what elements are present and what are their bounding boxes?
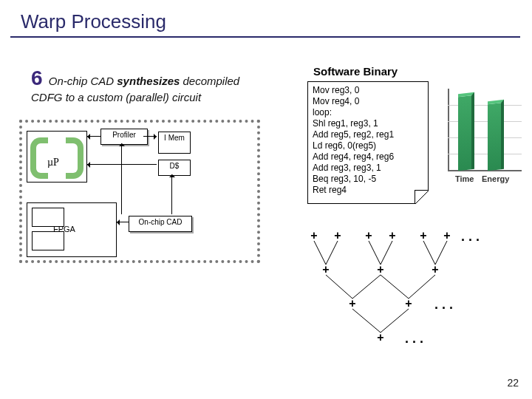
code-line: Add reg5, reg2, reg1: [313, 129, 423, 140]
title-underline: [10, 36, 520, 38]
adder-node: +: [375, 265, 386, 275]
arrow: [87, 164, 157, 165]
code-line: loop:: [313, 107, 423, 118]
code-listing: Mov reg3, 0 Mov reg4, 0 loop: Shl reg1, …: [307, 81, 429, 204]
code-line: Ret reg4: [313, 185, 423, 196]
adder-node: +: [387, 231, 398, 241]
imem-box: I Mem: [158, 132, 191, 154]
adder-node: +: [309, 231, 319, 241]
bar-label-energy: Energy: [482, 174, 509, 183]
code-line: Add reg4, reg4, reg6: [313, 151, 423, 163]
adder-node: +: [321, 265, 331, 275]
arrow: [143, 136, 157, 137]
code-line: Shl reg1, reg3, 1: [313, 118, 423, 129]
bar-energy: [488, 100, 504, 171]
svg-line-3: [381, 241, 392, 265]
ellipsis: . . .: [461, 229, 480, 245]
arrow: [87, 136, 100, 137]
step-text-bold: synthesizes: [117, 75, 180, 87]
arrow: [171, 174, 172, 214]
code-line: Add reg3, reg3, 1: [313, 163, 423, 174]
svg-line-4: [423, 241, 435, 265]
svg-line-7: [352, 275, 381, 299]
bar-chart: Time Energy: [442, 89, 523, 185]
adder-node: +: [418, 231, 429, 241]
svg-line-0: [314, 241, 326, 265]
svg-line-1: [326, 241, 338, 265]
svg-line-10: [352, 309, 381, 332]
code-line: Ld reg6, 0(reg5): [313, 140, 423, 151]
adder-node: +: [442, 231, 452, 241]
svg-line-9: [409, 275, 435, 299]
code-line: Mov reg3, 0: [313, 85, 423, 96]
arrow: [117, 222, 129, 222]
code-line: Beq reg3, 10, -5: [313, 174, 423, 185]
page-number: 22: [507, 377, 519, 389]
svg-line-2: [369, 241, 381, 265]
ellipsis: . . .: [405, 331, 423, 347]
oncad-box: On-chip CAD: [129, 216, 192, 232]
software-binary-title: Software Binary: [313, 65, 398, 78]
svg-line-6: [326, 275, 352, 299]
fpga-label: FPGA: [53, 225, 75, 233]
step-text-pre: On-chip CAD: [49, 75, 117, 87]
chart-axis-y: [448, 89, 449, 170]
adder-node: +: [347, 299, 358, 309]
svg-line-5: [435, 241, 447, 265]
code-line: Mov reg4, 0: [313, 96, 423, 107]
step-number: 6: [31, 66, 43, 89]
micro-processor-label: µP: [47, 157, 59, 168]
page-title: Warp Processing: [0, 0, 532, 36]
svg-line-11: [381, 309, 409, 332]
arrow: [121, 143, 122, 214]
adder-node: +: [364, 231, 374, 241]
adder-node: +: [403, 299, 414, 309]
adder-node: +: [430, 265, 440, 275]
bar-time: [458, 92, 474, 171]
adder-node: +: [375, 332, 386, 343]
ellipsis: . . .: [434, 297, 453, 313]
adder-node: +: [332, 231, 343, 241]
step-caption: 6 On-chip CAD synthesizes decompiled CDF…: [31, 65, 260, 105]
svg-line-8: [381, 275, 409, 299]
bar-label-time: Time: [455, 174, 474, 183]
